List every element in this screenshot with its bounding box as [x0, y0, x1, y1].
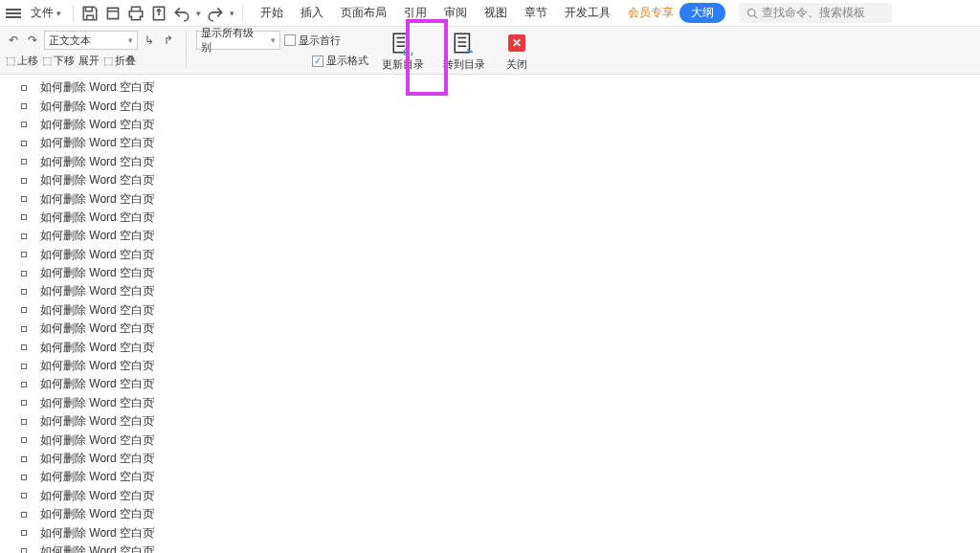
outline-item-text: 如何删除 Word 空白页 [40, 247, 154, 263]
outline-item[interactable]: 如何删除 Word 空白页 [21, 542, 980, 553]
outline-item[interactable]: 如何删除 Word 空白页 [21, 209, 980, 227]
outline-item[interactable]: 如何删除 Word 空白页 [21, 505, 980, 523]
save-icon[interactable] [81, 5, 99, 22]
outline-item[interactable]: 如何删除 Word 空白页 [21, 412, 980, 431]
bullet-icon [21, 178, 27, 184]
outline-item[interactable]: 如何删除 Word 空白页 [21, 116, 980, 134]
bullet-icon [21, 382, 27, 387]
outline-item-text: 如何删除 Word 空白页 [40, 154, 154, 170]
chevron-down-icon: ▾ [56, 9, 61, 18]
arrow-down-icon: ⬚ [42, 55, 52, 67]
close-icon: ✕ [504, 31, 529, 55]
outline-item[interactable]: 如何删除 Word 空白页 [21, 375, 980, 393]
bullet-icon [21, 344, 27, 350]
outline-item[interactable]: 如何删除 Word 空白页 [21, 78, 980, 97]
outline-item-text: 如何删除 Word 空白页 [40, 191, 154, 208]
outline-item[interactable]: 如何删除 Word 空白页 [21, 153, 980, 171]
outline-item[interactable]: 如何删除 Word 空白页 [21, 523, 980, 542]
bullet-icon [21, 326, 27, 332]
outline-item[interactable]: 如何删除 Word 空白页 [21, 264, 980, 282]
outline-item[interactable]: 如何删除 Word 空白页 [21, 171, 980, 189]
bullet-icon [21, 103, 27, 109]
bullet-icon [21, 307, 27, 313]
outline-item[interactable]: 如何删除 Word 空白页 [21, 431, 980, 449]
outline-item[interactable]: 如何删除 Word 空白页 [21, 320, 980, 338]
outline-item-text: 如何删除 Word 空白页 [40, 358, 154, 374]
outline-item[interactable]: 如何删除 Word 空白页 [21, 189, 980, 208]
bullet-icon [21, 289, 27, 295]
outline-item[interactable]: 如何删除 Word 空白页 [21, 301, 980, 320]
promote-icon[interactable]: ↳ [142, 33, 157, 48]
move-down-button[interactable]: ⬚下移 [42, 54, 75, 68]
outline-item[interactable]: 如何删除 Word 空白页 [21, 282, 980, 300]
arrow-up-icon: ⬚ [6, 55, 15, 67]
outline-item-text: 如何删除 Word 空白页 [40, 543, 154, 553]
outline-item-text: 如何删除 Word 空白页 [40, 228, 154, 244]
outline-item[interactable]: 如何删除 Word 空白页 [21, 338, 980, 356]
collapse-button[interactable]: ⬚折叠 [103, 54, 136, 68]
hamburger-icon[interactable] [6, 9, 21, 18]
top-menu-bar: 文件 ▾ ▾ ▾ 开始 插入 页面布局 引用 审阅 视图 章节 开发工具 会员专… [0, 0, 980, 27]
tab-layout[interactable]: 页面布局 [341, 5, 387, 21]
file-menu-label: 文件 [31, 5, 54, 21]
tab-section[interactable]: 章节 [524, 5, 547, 21]
bullet-icon [21, 493, 27, 498]
close-outline-button[interactable]: ✕ 关闭 [499, 31, 535, 72]
separator [73, 5, 74, 22]
show-format-checkbox[interactable]: ✓显示格式 [312, 54, 368, 68]
move-up-button[interactable]: ⬚上移 [6, 54, 38, 68]
show-level-select[interactable]: 显示所有级别 [196, 31, 280, 50]
tab-member[interactable]: 会员专享 [628, 5, 674, 21]
outline-item-text: 如何删除 Word 空白页 [40, 432, 154, 449]
indent-icon[interactable]: ↷ [25, 33, 40, 48]
bullet-icon [21, 271, 27, 276]
ribbon-tabs: 开始 插入 页面布局 引用 审阅 视图 章节 开发工具 会员专享 [260, 5, 674, 21]
outline-item[interactable]: 如何删除 Word 空白页 [21, 468, 980, 486]
bullet-icon [21, 475, 27, 480]
tab-view[interactable]: 视图 [484, 5, 507, 21]
bullet-icon [21, 85, 27, 91]
outline-pane: 如何删除 Word 空白页如何删除 Word 空白页如何删除 Word 空白页如… [0, 75, 980, 553]
outline-item-text: 如何删除 Word 空白页 [40, 376, 154, 392]
search-icon [746, 8, 758, 19]
outline-item[interactable]: 如何删除 Word 空白页 [21, 394, 980, 412]
bullet-icon [21, 419, 27, 425]
outline-item-text: 如何删除 Word 空白页 [40, 265, 154, 281]
show-first-line-checkbox[interactable]: 显示首行 [284, 33, 341, 48]
tab-outline[interactable]: 大纲 [679, 3, 725, 23]
body-style-select[interactable]: 正文文本 [44, 31, 138, 50]
outline-item[interactable]: 如何删除 Word 空白页 [21, 487, 980, 505]
bullet-icon [21, 141, 27, 146]
tab-home[interactable]: 开始 [260, 5, 283, 21]
goto-toc-button[interactable]: 转到目录 [437, 31, 491, 72]
outline-item-text: 如何删除 Word 空白页 [40, 469, 154, 485]
redo-dropdown-icon[interactable]: ▾ [230, 9, 234, 18]
tab-devtools[interactable]: 开发工具 [565, 5, 611, 21]
outline-item[interactable]: 如何删除 Word 空白页 [21, 227, 980, 245]
command-search[interactable]: 查找命令、搜索模板 [739, 3, 892, 23]
undo-icon[interactable] [173, 5, 190, 22]
redo-icon[interactable] [207, 5, 224, 22]
expand-button[interactable]: 展开 [78, 54, 100, 68]
outline-item-text: 如何删除 Word 空白页 [40, 395, 154, 411]
outline-item[interactable]: 如何删除 Word 空白页 [21, 450, 980, 468]
outdent-icon[interactable]: ↶ [6, 33, 21, 48]
outline-item[interactable]: 如何删除 Word 空白页 [21, 134, 980, 152]
file-menu[interactable]: 文件 ▾ [27, 3, 65, 23]
demote-icon[interactable]: ↱ [161, 33, 176, 48]
tab-references[interactable]: 引用 [404, 5, 427, 21]
tab-insert[interactable]: 插入 [301, 5, 323, 21]
tab-review[interactable]: 审阅 [444, 5, 467, 21]
outline-item-text: 如何删除 Word 空白页 [40, 117, 154, 133]
outline-item[interactable]: 如何删除 Word 空白页 [21, 97, 980, 115]
outline-item-text: 如何删除 Word 空白页 [40, 525, 154, 542]
outline-item[interactable]: 如何删除 Word 空白页 [21, 246, 980, 264]
update-toc-icon [390, 31, 415, 55]
update-toc-button[interactable]: 更新目录 [376, 31, 430, 72]
print-icon[interactable] [127, 5, 145, 22]
undo-dropdown-icon[interactable]: ▾ [196, 9, 201, 18]
outline-item[interactable]: 如何删除 Word 空白页 [21, 357, 980, 375]
print-preview-icon[interactable] [104, 5, 122, 22]
export-icon[interactable] [150, 5, 167, 22]
collapse-icon: ⬚ [103, 55, 113, 67]
